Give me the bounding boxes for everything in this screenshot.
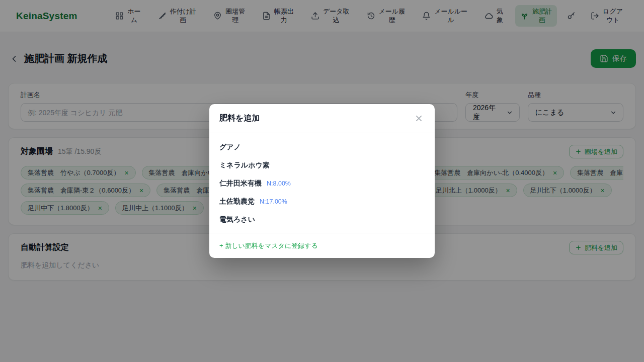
fertilizer-npk-note: N:8.00% <box>267 180 291 187</box>
fertilizer-name: 仁井田米有機 <box>219 179 262 188</box>
fertilizer-item[interactable]: 土佐勤農党N:17.00% <box>219 193 425 211</box>
fertilizer-item[interactable]: グアノ <box>219 138 425 156</box>
fertilizer-name: 土佐勤農党 <box>219 197 255 206</box>
add-fertilizer-modal: 肥料を追加 グアノミネラルホウ素仁井田米有機N:8.00%土佐勤農党N:17.0… <box>209 104 435 258</box>
close-button[interactable] <box>413 113 425 124</box>
fertilizer-name: ミネラルホウ素 <box>219 161 270 170</box>
modal-header: 肥料を追加 <box>209 104 435 133</box>
app-root: KeinaSystem ホー ム作付け計 画圃場管 理帳票出 力データ取 込メー… <box>0 0 644 281</box>
fertilizer-item[interactable]: 仁井田米有機N:8.00% <box>219 174 425 193</box>
fertilizer-list: グアノミネラルホウ素仁井田米有機N:8.00%土佐勤農党N:17.00%電気ろさ… <box>209 133 435 233</box>
register-new-fertilizer-link[interactable]: + 新しい肥料をマスタに登録する <box>219 241 318 250</box>
modal-footer: + 新しい肥料をマスタに登録する <box>209 233 435 258</box>
modal-title: 肥料を追加 <box>219 113 260 124</box>
fertilizer-item[interactable]: ミネラルホウ素 <box>219 156 425 174</box>
close-icon <box>414 114 424 123</box>
fertilizer-item[interactable]: 電気ろさい <box>219 211 425 229</box>
fertilizer-name: 電気ろさい <box>219 215 255 224</box>
fertilizer-npk-note: N:17.00% <box>260 198 287 205</box>
fertilizer-name: グアノ <box>219 143 241 152</box>
